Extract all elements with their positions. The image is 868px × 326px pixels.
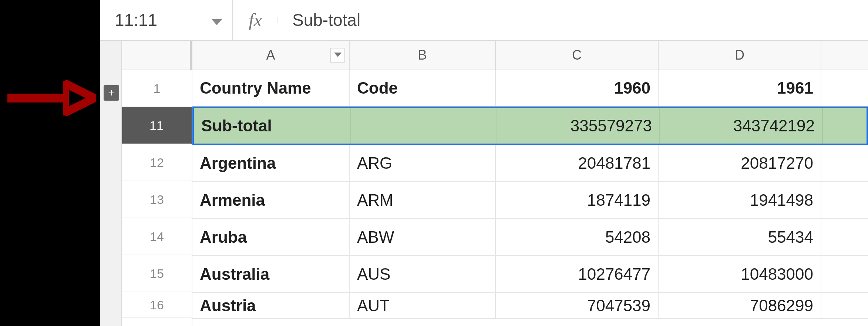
subtotal-label[interactable]: Sub-total bbox=[194, 108, 351, 144]
subtotal-1961[interactable]: 343742192 bbox=[660, 108, 823, 144]
column-header-B[interactable]: B bbox=[350, 41, 496, 70]
data-row: Australia AUS 10276477 10483000 bbox=[192, 256, 868, 293]
data-row: Austria AUT 7047539 7086299 bbox=[192, 293, 868, 319]
cell-1961[interactable]: 10483000 bbox=[659, 256, 821, 292]
cell-1960[interactable]: 10276477 bbox=[496, 256, 659, 292]
row-number[interactable]: 1 bbox=[122, 70, 192, 107]
table-header-row: Country Name Code 1960 1961 bbox=[192, 70, 868, 107]
subtotal-code[interactable] bbox=[351, 108, 497, 144]
select-all-corner[interactable] bbox=[122, 41, 192, 70]
cell-1960[interactable]: 20481781 bbox=[496, 145, 659, 181]
data-row: Armenia ARM 1874119 1941498 bbox=[192, 182, 868, 219]
annotation-black-strip bbox=[0, 0, 100, 326]
plus-icon: + bbox=[108, 87, 115, 98]
filter-dropdown-icon[interactable] bbox=[330, 48, 345, 63]
row-number-selected[interactable]: 11 bbox=[122, 107, 192, 144]
cell-code[interactable]: AUS bbox=[350, 256, 496, 292]
cell-code[interactable]: ARG bbox=[350, 145, 496, 181]
header-code[interactable]: Code bbox=[350, 70, 496, 106]
data-row: Aruba ABW 54208 55434 bbox=[192, 219, 868, 256]
svg-marker-4 bbox=[212, 19, 222, 25]
column-header-A[interactable]: A bbox=[192, 41, 350, 70]
cell-code[interactable]: ARM bbox=[350, 182, 496, 218]
group-outline-gutter: + bbox=[100, 41, 122, 326]
cell-1960[interactable]: 1874119 bbox=[496, 182, 659, 218]
annotation-arrow bbox=[4, 74, 96, 122]
subtotal-1960[interactable]: 335579273 bbox=[497, 108, 660, 144]
subtotal-row-selected[interactable]: Sub-total 335579273 343742192 bbox=[192, 107, 868, 145]
name-box-value: 11:11 bbox=[115, 10, 157, 30]
header-country-name[interactable]: Country Name bbox=[192, 70, 350, 106]
column-header-D[interactable]: D bbox=[659, 41, 821, 70]
cell-country[interactable]: Austria bbox=[192, 293, 350, 318]
cell-1961[interactable]: 7086299 bbox=[659, 293, 821, 318]
sheet-cells: A B C D Country Name Code 1960 1961 bbox=[192, 41, 868, 326]
row-number[interactable]: 16 bbox=[122, 292, 192, 318]
cell-country[interactable]: Aruba bbox=[192, 219, 350, 255]
cell-1960[interactable]: 54208 bbox=[496, 219, 659, 255]
cell-code[interactable]: ABW bbox=[350, 219, 496, 255]
svg-marker-5 bbox=[334, 53, 342, 57]
column-header-row: A B C D bbox=[192, 41, 868, 70]
header-1960[interactable]: 1960 bbox=[496, 70, 659, 106]
cell-country[interactable]: Armenia bbox=[192, 182, 350, 218]
expand-group-button[interactable]: + bbox=[104, 85, 119, 101]
column-header-C[interactable]: C bbox=[496, 41, 659, 70]
row-number[interactable]: 15 bbox=[122, 255, 192, 292]
cell-country[interactable]: Australia bbox=[192, 256, 350, 292]
cell-1961[interactable]: 55434 bbox=[659, 219, 821, 255]
formula-bar: 11:11 fx Sub-total bbox=[100, 0, 868, 41]
cell-1961[interactable]: 1941498 bbox=[659, 182, 821, 218]
fx-icon: fx bbox=[233, 9, 277, 31]
name-box[interactable]: 11:11 bbox=[100, 0, 233, 40]
cell-1960[interactable]: 7047539 bbox=[496, 293, 659, 318]
row-number[interactable]: 12 bbox=[122, 144, 192, 181]
cell-country[interactable]: Argentina bbox=[192, 145, 350, 181]
cell-1961[interactable]: 20817270 bbox=[659, 145, 821, 181]
cell-code[interactable]: AUT bbox=[350, 293, 496, 318]
header-1961[interactable]: 1961 bbox=[659, 70, 821, 106]
formula-input[interactable]: Sub-total bbox=[277, 10, 868, 30]
row-number[interactable]: 13 bbox=[122, 181, 192, 218]
name-box-dropdown-icon[interactable] bbox=[212, 10, 222, 30]
formula-text: Sub-total bbox=[292, 10, 360, 30]
row-number-gutter: 1 11 12 13 14 15 16 bbox=[122, 41, 192, 326]
data-row: Argentina ARG 20481781 20817270 bbox=[192, 145, 868, 182]
row-number[interactable]: 14 bbox=[122, 218, 192, 255]
